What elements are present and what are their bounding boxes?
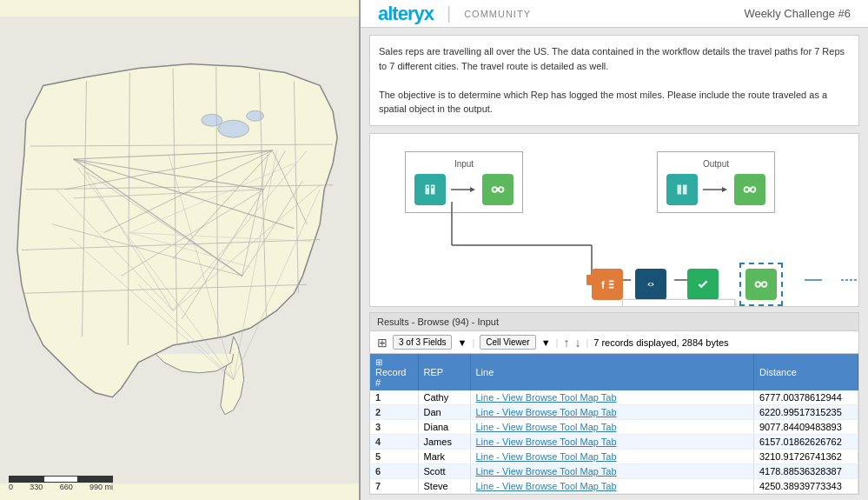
dropdown-arrow[interactable]: ▼ — [457, 337, 467, 348]
cell-distance: 4178.88536328387 — [754, 464, 858, 479]
toolbar-sep3: | — [586, 337, 588, 348]
scale-label-0: 0 — [9, 483, 13, 491]
grid-icon: ⊞ — [377, 336, 388, 350]
input-tool-icon[interactable] — [414, 174, 446, 205]
svg-point-3 — [247, 110, 264, 121]
results-header-text: Results - Browse (94) - Input — [377, 317, 499, 327]
prev-record-button[interactable]: ↑ — [563, 336, 569, 350]
cell-line[interactable]: Line - View Browse Tool Map Tab — [470, 450, 754, 464]
col-header-record: ⊞ Record # — [370, 354, 418, 390]
svg-point-49 — [500, 188, 503, 191]
scale-label-330: 330 — [30, 483, 43, 491]
app-header: alteryx | COMMUNITY Weekly Challenge #6 — [361, 0, 868, 28]
table-row: 7 Steve Line - View Browse Tool Map Tab … — [370, 479, 858, 494]
col-header-line: Line — [470, 354, 754, 390]
alteryx-logo: alteryx — [378, 3, 434, 25]
svg-point-55 — [745, 188, 749, 191]
cell-distance: 6157.01862626762 — [754, 435, 858, 450]
svg-marker-44 — [470, 187, 475, 192]
cell-record: 5 — [370, 450, 418, 464]
cell-rep: Mark — [418, 450, 470, 464]
map-panel: 0 330 660 990 mi — [0, 0, 361, 500]
final-tool[interactable] — [739, 263, 783, 306]
description-line1: Sales reps are travelling all over the U… — [379, 44, 850, 73]
cell-record: 1 — [370, 390, 418, 405]
table-row: 4 James Line - View Browse Tool Map Tab … — [370, 435, 858, 450]
check-tool[interactable] — [679, 269, 719, 300]
svg-point-1 — [218, 120, 249, 137]
summarize-tool[interactable] — [626, 269, 666, 300]
svg-rect-47 — [496, 188, 500, 191]
input-box: Input — [405, 151, 523, 213]
cell-record: 6 — [370, 464, 418, 479]
cell-distance: 6777.00378612944 — [754, 390, 858, 405]
svg-point-71 — [649, 283, 653, 286]
record-count-text: 7 records displayed, 2884 bytes — [593, 337, 728, 348]
cell-rep: Cathy — [418, 390, 470, 405]
cell-distance: 9077.84409483893 — [754, 420, 858, 435]
input-box-label: Input — [414, 159, 514, 169]
output-box: Output — [657, 151, 775, 213]
table-row: 1 Cathy Line - View Browse Tool Map Tab … — [370, 390, 858, 405]
table-row: 2 Dan Line - View Browse Tool Map Tab 62… — [370, 405, 858, 420]
cell-distance: 3210.91726741362 — [754, 450, 858, 464]
cell-rep: James — [418, 435, 470, 450]
svg-marker-51 — [722, 187, 727, 192]
col-header-distance: Distance — [754, 354, 858, 390]
svg-point-2 — [202, 114, 222, 126]
cell-line[interactable]: Line - View Browse Tool Map Tab — [470, 390, 754, 405]
results-panel: Results - Browse (94) - Input ⊞ 3 of 3 F… — [369, 312, 859, 495]
results-table: ⊞ Record # REP Line Distance 1 Cathy Lin… — [370, 354, 858, 494]
svg-text:f: f — [601, 277, 606, 290]
cell-rep: Dan — [418, 405, 470, 420]
output-browse-icon[interactable] — [734, 174, 765, 205]
table-row: 5 Mark Line - View Browse Tool Map Tab 3… — [370, 450, 858, 464]
dropdown-arrow2[interactable]: ▼ — [541, 337, 551, 348]
svg-point-76 — [763, 283, 766, 286]
scale-label-990: 990 mi — [89, 483, 113, 491]
cell-distance: 4250.38939773343 — [754, 479, 858, 494]
cell-rep: Steve — [418, 479, 470, 494]
formula-tool[interactable]: f — [592, 269, 623, 300]
scale-label-660: 660 — [60, 483, 73, 491]
cell-line[interactable]: Line - View Browse Tool Map Tab — [470, 435, 754, 450]
scale-bar: 0 330 660 990 mi — [9, 476, 113, 491]
cell-line[interactable]: Line - View Browse Tool Map Tab — [470, 405, 754, 420]
svg-rect-54 — [748, 188, 752, 191]
browse-tool-icon[interactable] — [482, 174, 514, 205]
svg-point-48 — [494, 188, 497, 191]
description-area: Sales reps are travelling all over the U… — [369, 35, 859, 126]
formula-tooltip: Line = ST_CreateLine([1], [2],[3],[4],[5… — [622, 299, 735, 308]
right-panel: alteryx | COMMUNITY Weekly Challenge #6 … — [361, 0, 868, 500]
weekly-challenge-text: Weekly Challenge #6 — [744, 7, 851, 20]
header-divider: | — [447, 3, 451, 23]
table-row: 6 Scott Line - View Browse Tool Map Tab … — [370, 464, 858, 479]
cell-line[interactable]: Line - View Browse Tool Map Tab — [470, 479, 754, 494]
svg-point-75 — [757, 283, 760, 286]
cell-line[interactable]: Line - View Browse Tool Map Tab — [470, 420, 754, 435]
fields-button[interactable]: 3 of 3 Fields — [393, 335, 452, 350]
cell-rep: Scott — [418, 464, 470, 479]
svg-point-56 — [752, 188, 755, 191]
output-tool-icon[interactable] — [666, 174, 698, 205]
community-text: COMMUNITY — [464, 9, 531, 19]
cell-line[interactable]: Line - View Browse Tool Map Tab — [470, 464, 754, 479]
workflow-canvas: Input — [369, 133, 859, 308]
output-box-label: Output — [666, 159, 765, 169]
table-row: 3 Diana Line - View Browse Tool Map Tab … — [370, 420, 858, 435]
results-header: Results - Browse (94) - Input — [370, 313, 858, 331]
cell-record: 3 — [370, 420, 418, 435]
toolbar-sep1: | — [472, 337, 474, 348]
description-line2: The objective is to determine which Rep … — [379, 88, 850, 117]
cell-distance: 6220.99517315235 — [754, 405, 858, 420]
cell-rep: Diana — [418, 420, 470, 435]
cell-record: 7 — [370, 479, 418, 494]
cell-record: 4 — [370, 435, 418, 450]
toolbar-sep2: | — [556, 337, 559, 348]
cell-record: 2 — [370, 405, 418, 420]
col-header-rep: REP — [418, 354, 470, 390]
cell-viewer-button[interactable]: Cell Viewer — [480, 335, 535, 350]
next-record-button[interactable]: ↓ — [574, 336, 580, 350]
tooltip-line1: Line = — [630, 305, 727, 308]
results-toolbar: ⊞ 3 of 3 Fields ▼ | Cell Viewer ▼ | ↑ ↓ … — [370, 331, 858, 354]
